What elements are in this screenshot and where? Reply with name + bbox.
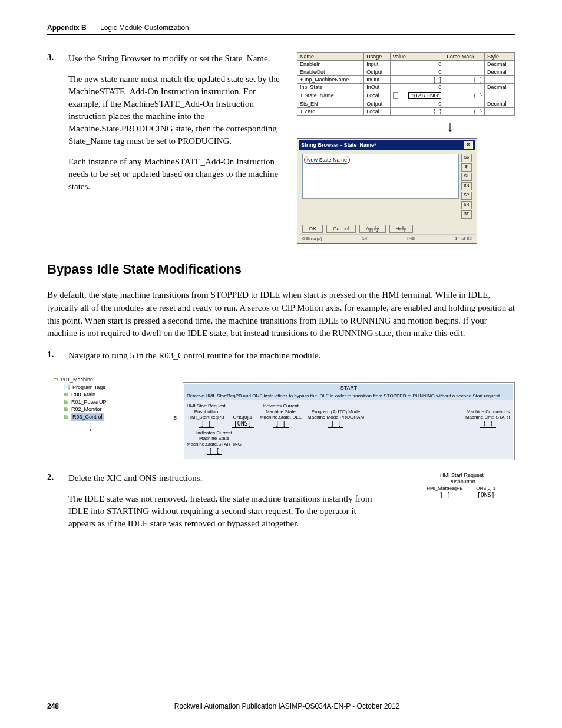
string-input[interactable]: New State Name [302,154,459,199]
snippet-element: HMI_StartReqPB] [ [427,486,462,499]
tree-item[interactable]: P01_Machine [53,376,147,384]
tree-item[interactable]: R02_Monitor [53,406,147,413]
ladder-element: Indicates CurrentMachine StateMachine.St… [187,430,242,455]
ladder-snippet: HMI Start Request Pushbutton HMI_StartRe… [409,472,515,499]
tag-col-forcemask[interactable]: Force Mask [444,53,485,61]
cancel-button[interactable]: Cancel [326,225,356,233]
tag-table: Name Usage Value Force Mask Style Enable… [297,52,515,116]
publication-info: Rockwell Automation Publication IASIMP-Q… [47,702,515,710]
ladder-element: Indicates CurrentMachine StateMachine.St… [260,403,302,428]
tree-item[interactable]: R01_PowerUP [53,398,147,406]
close-icon[interactable]: × [464,141,473,149]
step-1-text: Navigate to rung 5 in the R03_Control ro… [68,350,320,362]
table-row[interactable]: EnableOutOutput0Decimal [297,68,515,76]
step-3-p2: The new state name must match the update… [68,73,285,147]
table-row[interactable]: EnableInInput0Decimal [297,61,515,68]
table-row[interactable]: Sts_ENOutput0Decimal [297,100,515,108]
status-pos: 14 of 82 [455,236,472,241]
chapter-title: Logic Module Customization [100,24,189,32]
status-count: 14 [362,236,367,241]
table-row[interactable]: + ZeroLocal{...}{...} [297,108,515,116]
arrow-icon: ↓ [385,119,515,134]
table-row[interactable]: Inp_StateInOut0Decimal [297,84,515,91]
escape-button[interactable]: $P [461,192,472,200]
snippet-element: ONS[0].1[ONS] [475,486,497,499]
escape-button[interactable]: $L [461,173,472,181]
bypass-paragraph: By default, the state machine transition… [47,289,515,340]
step-2-number: 2. [47,472,68,538]
ladder-note: Remove HMI_StartReqPB and ONS instructio… [184,392,513,400]
escape-button[interactable]: $' [461,163,472,172]
string-browser-dialog: String Browser - State_Name* × New State… [297,138,477,244]
escape-button[interactable]: $N [461,182,472,190]
ladder-diagram: START Remove HMI_StartReqPB and ONS inst… [183,382,515,460]
section-heading: Bypass Idle State Modifications [47,262,515,277]
tree-item[interactable]: R03_Control [53,413,147,421]
status-ins: INS [407,236,415,241]
status-errors: 0 Error(s) [302,236,322,241]
ladder-element: ONS[0].1[ONS] [232,414,254,428]
new-state-name-text: New State Name [304,156,350,164]
arrow-icon: → [82,421,147,437]
page-header: Appendix B Logic Module Customization [47,24,515,35]
escape-button[interactable]: $R [461,201,472,209]
step-2-p2: The IDLE state was not removed. Instead,… [68,493,385,530]
dialog-title: String Browser - State_Name* [301,142,376,148]
tag-col-value[interactable]: Value [390,53,444,61]
ladder-header: START [184,384,513,392]
escape-button[interactable]: $$ [461,154,472,162]
ladder-element: HMI Start RequestPushbuttonHMI_StartReqP… [187,403,226,428]
tag-col-name[interactable]: Name [297,53,364,61]
ladder-element: Machine CommandsMachine.Cmd.START( ) [465,409,511,428]
step-2-p1: Delete the XIC and ONS instructions. [68,472,385,485]
ok-button[interactable]: OK [302,225,323,233]
tag-col-style[interactable]: Style [484,53,514,61]
step-3-p3: Each instance of any MachineSTATE_Add-On… [68,156,285,193]
apply-button[interactable]: Apply [359,225,386,233]
snippet-title-1: HMI Start Request [409,472,515,479]
table-row[interactable]: + Inp_MachineNameInOut{...}{...} [297,76,515,84]
step-3-number: 3. [47,52,68,201]
escape-button[interactable]: $T [461,210,472,219]
step-1-number: 1. [47,350,68,370]
ladder-element: Program (AUTO) ModeMachine.Mode.PROGRAM]… [308,409,364,428]
appendix-label: Appendix B [47,24,87,32]
tag-col-usage[interactable]: Usage [364,53,390,61]
rung-number: 5 [153,382,177,421]
help-button[interactable]: Help [389,225,414,233]
page-footer: 248 Rockwell Automation Publication IASI… [47,702,515,710]
snippet-title-2: Pushbutton [409,479,515,486]
tree-item[interactable]: R00_Main [53,391,147,398]
page-number: 248 [47,702,59,710]
tree-item[interactable]: Program Tags [53,384,147,391]
table-row[interactable]: + State_NameLocal...'STARTING'{...} [297,91,515,100]
step-3-p1: Use the String Browser to modify or set … [68,52,285,65]
routine-tree: P01_MachineProgram TagsR00_MainR01_Power… [53,376,147,437]
